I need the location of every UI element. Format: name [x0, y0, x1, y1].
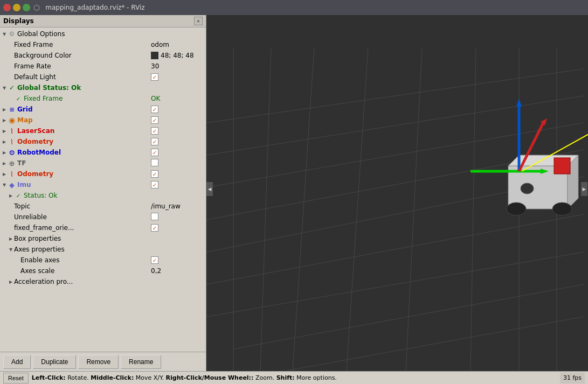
tree-item-axes-properties[interactable]: ▼ Axes properties — [0, 244, 206, 255]
axes-scale-label: Axes scale — [20, 267, 151, 275]
unreliable-value — [151, 213, 205, 222]
expand-arrow-accel[interactable]: ▶ — [8, 278, 14, 285]
tree-item-imu[interactable]: ▼ ◆ Imu — [0, 179, 206, 190]
titlebar: ⬡ mapping_adaptado.rviz* - RViz — [0, 0, 588, 15]
tree-item-box-properties[interactable]: ▶ Box properties — [0, 233, 206, 244]
close-button[interactable] — [3, 4, 11, 11]
expand-arrow-box[interactable]: ▶ — [8, 235, 14, 242]
check-icon: ✓ — [8, 83, 16, 92]
color-swatch[interactable] — [151, 52, 158, 59]
imu-checkbox[interactable] — [151, 181, 158, 188]
laserscan-checkbox[interactable] — [151, 127, 158, 135]
fixed-frame-orie-value — [151, 224, 205, 232]
minimize-button[interactable] — [13, 4, 20, 11]
tree-item-imu-topic[interactable]: Topic /imu_raw — [0, 201, 206, 212]
displays-tree[interactable]: ▼ ⚙ Global Options Fixed Frame odom Back… — [0, 27, 206, 352]
add-button[interactable]: Add — [3, 355, 31, 369]
tree-item-background-color[interactable]: Background Color 48; 48; 48 — [0, 50, 206, 61]
odometry1-checkbox-value — [151, 138, 205, 146]
tree-item-fixed-frame[interactable]: Fixed Frame odom — [0, 39, 206, 50]
window-controls[interactable] — [3, 4, 30, 11]
duplicate-button[interactable]: Duplicate — [33, 355, 76, 369]
svg-rect-20 — [554, 158, 570, 174]
check-icon-imu: ✓ — [14, 191, 23, 200]
axes-scale-value: 0,2 — [151, 267, 205, 275]
svg-point-22 — [552, 203, 572, 215]
maximize-button[interactable] — [23, 4, 30, 11]
expand-arrow-status[interactable]: ▼ — [1, 85, 8, 91]
tree-item-enable-axes[interactable]: Enable axes — [0, 255, 206, 266]
laserscan-checkbox-value — [151, 127, 205, 135]
tree-item-default-light[interactable]: Default Light — [0, 72, 206, 82]
spacer — [8, 214, 14, 220]
svg-line-12 — [347, 47, 368, 371]
panel-close-button[interactable]: × — [194, 17, 203, 25]
fixed-frame-label: Fixed Frame — [14, 41, 151, 48]
robotmodel-checkbox[interactable] — [151, 149, 158, 156]
3d-viewport[interactable]: ◀ ▶ IMU — [206, 15, 588, 371]
tree-item-acceleration[interactable]: ▶ Acceleration pro... — [0, 276, 206, 287]
tree-item-global-options[interactable]: ▼ ⚙ Global Options — [0, 29, 206, 39]
robotmodel-label: RobotModel — [17, 149, 151, 156]
reset-button[interactable]: Reset — [3, 373, 29, 383]
tf-checkbox[interactable] — [151, 159, 158, 166]
svg-line-14 — [471, 47, 476, 371]
expand-arrow-map[interactable]: ▶ — [1, 117, 8, 123]
remove-button[interactable]: Remove — [78, 355, 119, 369]
right-click-text: Right-Click/Mouse Wheel:: Zoom. — [166, 374, 276, 381]
tree-item-tf[interactable]: ▶ ⊕ TF — [0, 158, 206, 169]
tree-item-grid[interactable]: ▶ ⊞ Grid — [0, 104, 206, 115]
unreliable-checkbox[interactable] — [151, 213, 158, 220]
svg-line-5 — [206, 214, 584, 284]
default-light-checkbox[interactable] — [151, 73, 158, 81]
expand-arrow-grid[interactable]: ▶ — [1, 106, 8, 113]
svg-line-2 — [206, 123, 584, 187]
imu-icon: ◆ — [8, 180, 16, 189]
tree-item-odometry1[interactable]: ▶ ⌇ Odometry — [0, 136, 206, 147]
tree-item-odometry2[interactable]: ▶ ⌇ Odometry — [0, 169, 206, 179]
svg-line-3 — [206, 150, 584, 220]
frame-rate-label: Frame Rate — [14, 62, 151, 70]
svg-line-0 — [206, 69, 584, 123]
tree-item-axes-scale[interactable]: Axes scale 0,2 — [0, 266, 206, 276]
fixed-frame-orie-checkbox[interactable] — [151, 224, 158, 232]
tree-item-global-status[interactable]: ▼ ✓ Global Status: Ok — [0, 82, 206, 93]
expand-arrow-tf[interactable]: ▶ — [1, 160, 8, 166]
tree-item-laserscan[interactable]: ▶ ⌇ LaserScan — [0, 125, 206, 136]
tree-item-robotmodel[interactable]: ▶ ⚙ RobotModel — [0, 147, 206, 158]
expand-arrow[interactable]: ▼ — [1, 31, 8, 37]
svg-marker-18 — [508, 155, 578, 166]
spacer — [8, 41, 14, 48]
odometry2-icon: ⌇ — [8, 170, 16, 178]
tree-item-imu-status[interactable]: ▶ ✓ Status: Ok — [0, 190, 206, 201]
odometry1-checkbox[interactable] — [151, 138, 158, 145]
expand-arrow-laser[interactable]: ▶ — [1, 128, 8, 134]
tree-item-unreliable[interactable]: Unreliable — [0, 212, 206, 222]
middle-click-text: Middle-Click: Move X/Y. — [91, 374, 165, 381]
unreliable-label: Unreliable — [14, 213, 151, 221]
expand-arrow-robot[interactable]: ▶ — [1, 149, 8, 156]
expand-arrow-imu-status[interactable]: ▶ — [8, 192, 14, 199]
expand-arrow-odo2[interactable]: ▶ — [1, 171, 8, 177]
enable-axes-value — [151, 256, 205, 264]
fixed-frame-value: odom — [151, 41, 205, 48]
rename-button[interactable]: Rename — [121, 355, 161, 369]
global-options-label: Global Options — [17, 30, 205, 38]
tf-checkbox-value — [151, 159, 205, 168]
odometry2-checkbox[interactable] — [151, 170, 158, 178]
odometry2-checkbox-value — [151, 170, 205, 178]
expand-arrow-odo1[interactable]: ▶ — [1, 138, 8, 145]
check-icon-small: ✓ — [14, 94, 23, 103]
tree-item-fixed-frame-status[interactable]: ✓ Fixed Frame OK — [0, 93, 206, 104]
fixed-frame-orie-label: fixed_frame_orie... — [14, 224, 151, 232]
tree-item-map[interactable]: ▶ ◉ Map — [0, 115, 206, 125]
enable-axes-checkbox[interactable] — [151, 256, 158, 264]
grid-checkbox[interactable] — [151, 106, 158, 113]
map-checkbox[interactable] — [151, 116, 158, 124]
expand-arrow-imu[interactable]: ▼ — [1, 181, 8, 188]
tree-item-fixed-frame-orie[interactable]: fixed_frame_orie... — [0, 222, 206, 233]
left-click-text: Left-Click: Rotate. — [32, 374, 91, 381]
tree-item-frame-rate[interactable]: Frame Rate 30 — [0, 61, 206, 72]
svg-line-10 — [260, 47, 271, 371]
expand-arrow-axes[interactable]: ▼ — [8, 246, 14, 253]
